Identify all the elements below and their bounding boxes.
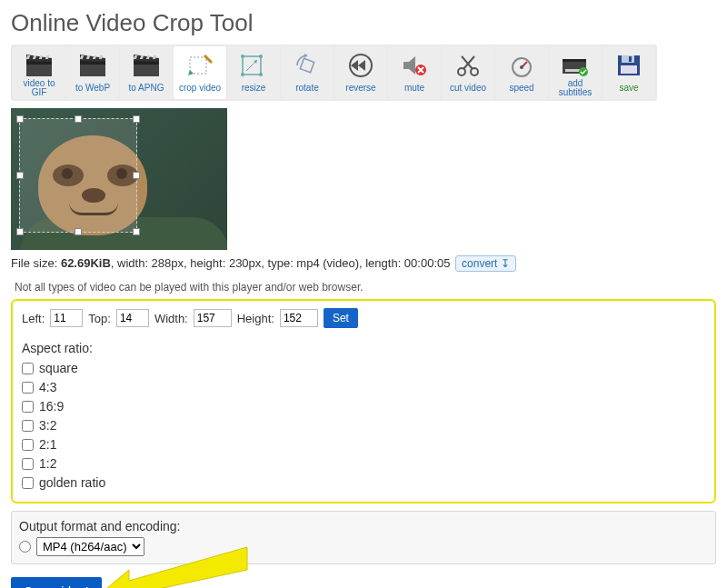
top-input[interactable]: [116, 309, 149, 327]
tool-label: resize: [242, 80, 266, 96]
output-format-select[interactable]: MP4 (h264/aac): [36, 537, 144, 556]
tool-to-apng[interactable]: to APNG: [120, 46, 173, 99]
left-input[interactable]: [50, 309, 83, 327]
aspect-option-label: 4:3: [39, 378, 56, 397]
tool-crop-video[interactable]: crop video: [174, 46, 226, 99]
top-label: Top:: [88, 312, 111, 325]
crop-handle-s[interactable]: [75, 228, 82, 235]
page-title: Online Video Crop Tool: [11, 9, 716, 37]
aspect-ratio-title: Aspect ratio:: [22, 341, 705, 355]
aspect-ratio-section: Aspect ratio: square 4:3 16:9 3:2 2:1 1:…: [22, 341, 705, 493]
aspect-square-checkbox[interactable]: [22, 363, 34, 374]
aspect-option-label: 2:1: [39, 435, 56, 454]
svg-rect-21: [190, 57, 206, 74]
file-info-rest: , width: 288px, height: 230px, type: mp4…: [111, 256, 451, 270]
height-label: Height:: [237, 312, 274, 325]
crop-settings-panel: Left: Top: Width: Height: Set Aspect rat…: [11, 299, 716, 503]
toolbar: video to GIF to WebP to APNG crop video …: [11, 45, 657, 101]
tool-label: reverse: [345, 80, 375, 96]
scissors-icon: [454, 50, 482, 80]
output-panel: Output format and encoding: MP4 (h264/aa…: [11, 511, 716, 564]
player-note: Not all types of video can be played wit…: [15, 281, 716, 294]
tool-cut-video[interactable]: cut video: [442, 46, 494, 99]
convert-button[interactable]: convert ↧: [455, 255, 516, 272]
svg-rect-30: [300, 58, 314, 72]
aspect-option-label: 1:2: [39, 454, 56, 473]
clapper-icon: [133, 50, 160, 80]
rotate-icon: [294, 50, 321, 80]
tool-label: to APNG: [129, 80, 164, 96]
svg-marker-23: [188, 70, 194, 75]
crop-handle-e[interactable]: [133, 172, 140, 179]
svg-point-40: [520, 65, 523, 69]
crop-handle-sw[interactable]: [16, 228, 24, 235]
tool-label: crop video: [179, 80, 221, 96]
mute-icon: [401, 50, 428, 80]
tool-speed[interactable]: speed: [495, 46, 548, 99]
set-button[interactable]: Set: [324, 308, 358, 328]
svg-rect-47: [629, 56, 632, 62]
file-info: File size: 62.69KiB, width: 288px, heigh…: [11, 255, 716, 272]
tool-add-subtitles[interactable]: add subtitles: [549, 46, 602, 99]
tool-label: mute: [404, 80, 424, 96]
dimensions-row: Left: Top: Width: Height: Set: [22, 308, 705, 328]
tool-reverse[interactable]: reverse: [334, 46, 387, 99]
tool-mute[interactable]: mute: [388, 46, 441, 99]
crop-handle-nw[interactable]: [16, 115, 24, 123]
tool-label: speed: [509, 80, 533, 96]
svg-point-25: [241, 55, 244, 58]
tool-save[interactable]: save: [603, 46, 655, 99]
height-input[interactable]: [280, 309, 318, 327]
aspect-option-label: 3:2: [39, 416, 56, 435]
file-info-prefix: File size:: [11, 256, 61, 270]
tool-to-webp[interactable]: to WebP: [66, 46, 119, 99]
tool-rotate[interactable]: rotate: [281, 46, 334, 99]
aspect-3-2-checkbox[interactable]: [22, 420, 34, 432]
tool-label: add subtitles: [551, 80, 600, 96]
file-size: 62.69KiB: [61, 256, 111, 270]
convert-label: convert: [462, 257, 497, 270]
tool-label: save: [619, 80, 638, 96]
crop-handle-w[interactable]: [16, 172, 24, 179]
aspect-1-2-checkbox[interactable]: [22, 458, 34, 470]
tool-label: cut video: [450, 80, 486, 96]
subtitles-icon: [562, 50, 589, 80]
reverse-icon: [347, 50, 374, 80]
tool-label: rotate: [295, 80, 319, 96]
tool-label: to WebP: [75, 80, 110, 96]
aspect-option-label: golden ratio: [39, 473, 105, 493]
crop-handle-n[interactable]: [75, 115, 82, 123]
aspect-2-1-checkbox[interactable]: [22, 439, 34, 451]
width-input[interactable]: [194, 309, 232, 327]
svg-point-27: [241, 73, 244, 76]
aspect-4-3-checkbox[interactable]: [22, 382, 34, 394]
output-title: Output format and encoding:: [19, 519, 180, 533]
speed-icon: [508, 50, 535, 80]
svg-point-28: [259, 73, 263, 76]
aspect-golden-checkbox[interactable]: [22, 477, 34, 489]
video-preview[interactable]: [11, 108, 227, 250]
crop-icon: [186, 50, 214, 80]
tool-label: video to GIF: [15, 80, 64, 96]
width-label: Width:: [154, 312, 188, 325]
tool-video-to-gif[interactable]: video to GIF: [13, 46, 65, 99]
aspect-option-label: 16:9: [39, 397, 64, 416]
left-label: Left:: [22, 312, 45, 325]
clapper-icon: [79, 50, 106, 80]
crop-video-button[interactable]: Crop video!: [11, 577, 102, 588]
svg-rect-48: [621, 65, 637, 74]
svg-marker-34: [358, 60, 365, 71]
crop-handle-se[interactable]: [133, 228, 140, 235]
crop-handle-ne[interactable]: [133, 115, 140, 123]
crop-selection[interactable]: [19, 118, 137, 233]
tool-resize[interactable]: resize: [227, 46, 280, 99]
svg-rect-42: [563, 59, 586, 62]
aspect-16-9-checkbox[interactable]: [22, 401, 34, 413]
svg-point-26: [259, 55, 263, 58]
svg-rect-46: [622, 55, 634, 63]
output-format-radio[interactable]: [19, 541, 31, 553]
clapper-icon: [25, 50, 53, 80]
resize-icon: [240, 50, 267, 80]
floppy-icon: [615, 50, 642, 80]
aspect-option-label: square: [39, 359, 78, 378]
